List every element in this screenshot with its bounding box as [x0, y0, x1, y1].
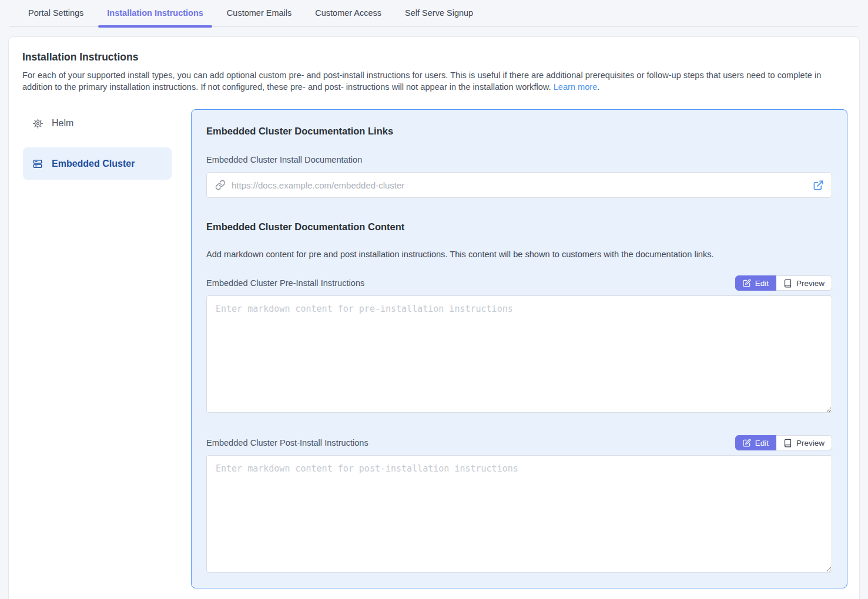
- tab-customer-access[interactable]: Customer Access: [306, 0, 390, 26]
- tab-customer-emails[interactable]: Customer Emails: [218, 0, 300, 26]
- external-link-icon[interactable]: [813, 180, 824, 191]
- pre-install-instructions-textarea[interactable]: [206, 295, 832, 413]
- tab-portal-settings[interactable]: Portal Settings: [19, 0, 92, 26]
- tab-self-serve-signup[interactable]: Self Serve Signup: [396, 0, 482, 26]
- content-row: Helm Embedded Cluster Embedded Cluster D…: [22, 109, 847, 588]
- preview-button[interactable]: Preview: [776, 435, 832, 450]
- book-icon: [783, 279, 792, 288]
- sidebar-item-label: Helm: [52, 118, 73, 129]
- install-documentation-label: Embedded Cluster Install Documentation: [206, 155, 832, 164]
- sidebar-item-embedded-cluster[interactable]: Embedded Cluster: [23, 147, 172, 180]
- page-description-text: For each of your supported install types…: [22, 70, 821, 92]
- install-documentation-url-field: [206, 172, 832, 198]
- post-install-mode-toggle: Edit Preview: [735, 435, 832, 450]
- page-description-period: .: [597, 82, 599, 92]
- post-install-editor-header: Embedded Cluster Post-Install Instructio…: [206, 435, 832, 450]
- install-type-nav: Helm Embedded Cluster: [22, 109, 172, 190]
- install-documentation-url-input[interactable]: [232, 180, 807, 190]
- page-title: Installation Instructions: [22, 51, 847, 63]
- learn-more-link[interactable]: Learn more: [554, 82, 598, 92]
- tab-installation-instructions[interactable]: Installation Instructions: [98, 0, 212, 26]
- pre-install-editor-header: Embedded Cluster Pre-Install Instruction…: [206, 275, 832, 291]
- page-description: For each of your supported install types…: [22, 69, 847, 93]
- edit-button-label: Edit: [755, 279, 769, 288]
- documentation-content-heading: Embedded Cluster Documentation Content: [206, 221, 832, 233]
- pre-install-mode-toggle: Edit Preview: [735, 275, 832, 291]
- sidebar-item-label: Embedded Cluster: [52, 159, 135, 169]
- pre-install-label: Embedded Cluster Pre-Install Instruction…: [206, 278, 364, 288]
- edit-icon: [743, 439, 751, 447]
- helm-logo-icon: [32, 118, 43, 129]
- preview-button-label: Preview: [796, 279, 825, 288]
- server-stack-icon: [32, 158, 43, 170]
- sidebar-item-helm[interactable]: Helm: [23, 109, 172, 137]
- documentation-content-description: Add markdown content for pre and post in…: [206, 250, 832, 259]
- edit-button[interactable]: Edit: [735, 435, 776, 450]
- installation-instructions-card: Installation Instructions For each of yo…: [8, 36, 860, 599]
- embedded-cluster-panel: Embedded Cluster Documentation Links Emb…: [191, 109, 847, 588]
- book-icon: [783, 439, 792, 447]
- edit-button[interactable]: Edit: [735, 275, 776, 291]
- preview-button-label: Preview: [796, 439, 825, 447]
- settings-tab-bar: Portal Settings Installation Instruction…: [9, 0, 859, 26]
- post-install-label: Embedded Cluster Post-Install Instructio…: [206, 438, 368, 447]
- documentation-links-heading: Embedded Cluster Documentation Links: [206, 126, 832, 137]
- post-install-instructions-textarea[interactable]: [206, 455, 832, 573]
- edit-icon: [743, 279, 751, 287]
- link-icon: [215, 180, 226, 190]
- preview-button[interactable]: Preview: [776, 275, 832, 291]
- edit-button-label: Edit: [755, 439, 769, 447]
